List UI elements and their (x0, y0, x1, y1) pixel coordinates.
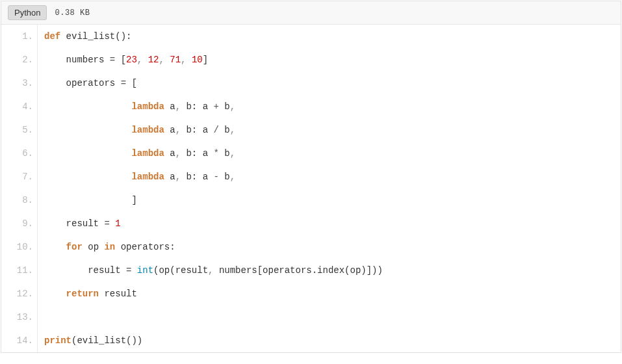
code-line: lambda a, b: a - b, (44, 165, 621, 188)
code-line: for op in operators: (44, 235, 621, 259)
code-line: result = 1 (44, 212, 621, 235)
line-number: 13. (1, 306, 37, 329)
line-number: 5. (1, 118, 37, 142)
code-line: lambda a, b: a + b, (44, 95, 621, 118)
line-number: 8. (1, 188, 37, 212)
code-line (44, 306, 621, 329)
line-number: 10. (1, 235, 37, 259)
line-number: 12. (1, 282, 37, 306)
code-line: result = int(op(result, numbers[operator… (44, 259, 621, 282)
line-number: 1. (1, 25, 37, 48)
code-line: numbers = [23, 12, 71, 10] (44, 48, 621, 72)
code-line: lambda a, b: a * b, (44, 142, 621, 165)
code-line: ] (44, 188, 621, 212)
code-content[interactable]: def evil_list(): numbers = [23, 12, 71, … (38, 25, 621, 352)
language-badge[interactable]: Python (8, 5, 47, 20)
line-number: 4. (1, 95, 37, 118)
code-line: return result (44, 282, 621, 306)
line-number: 3. (1, 72, 37, 95)
code-line: print(evil_list()) (44, 329, 621, 352)
code-area: 1.2.3.4.5.6.7.8.9.10.11.12.13.14. def ev… (1, 25, 621, 352)
line-number: 11. (1, 259, 37, 282)
line-number: 2. (1, 48, 37, 72)
line-number: 9. (1, 212, 37, 235)
file-size: 0.38 KB (55, 8, 90, 18)
paste-header: Python 0.38 KB (1, 1, 621, 25)
line-number-gutter: 1.2.3.4.5.6.7.8.9.10.11.12.13.14. (1, 25, 38, 352)
paste-container: Python 0.38 KB 1.2.3.4.5.6.7.8.9.10.11.1… (1, 1, 621, 353)
line-number: 6. (1, 142, 37, 165)
code-line: def evil_list(): (44, 25, 621, 48)
line-number: 7. (1, 165, 37, 188)
code-line: operators = [ (44, 72, 621, 95)
line-number: 14. (1, 329, 37, 352)
code-line: lambda a, b: a / b, (44, 118, 621, 142)
